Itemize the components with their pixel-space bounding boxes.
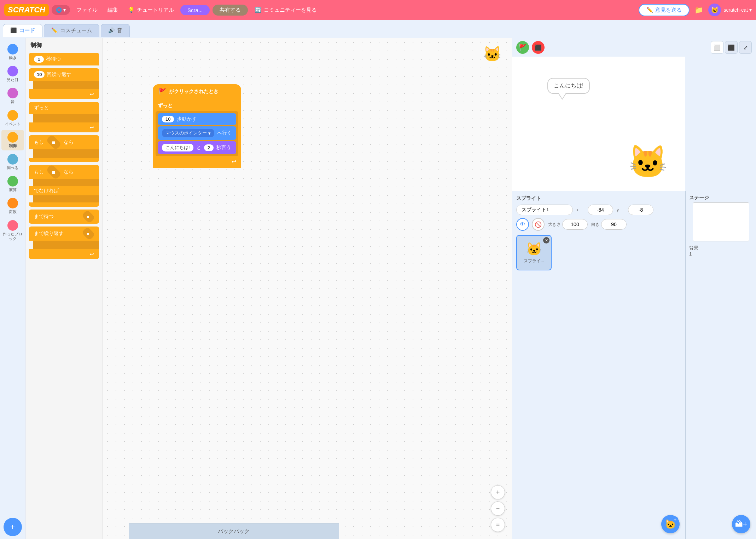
sprite-name-input[interactable] — [516, 205, 573, 215]
file-menu[interactable]: ファイル — [73, 5, 101, 16]
forever-block-group[interactable]: ずっと ↩ — [29, 102, 99, 132]
tutorial-icon: 💡 — [128, 7, 135, 13]
category-sidebar: 動き 見た目 音 イベント 制御 調べる 演算 変数 — [0, 38, 25, 539]
sound-circle — [7, 88, 18, 98]
sidebar-item-motion[interactable]: 動き — [1, 42, 24, 62]
wait-label: 秒待つ — [46, 56, 61, 62]
bottom-section: スプライト x y 👁 — [512, 191, 756, 539]
ifelse-block-group[interactable]: もし ◆ なら でなければ — [29, 165, 99, 207]
small-stage-button[interactable]: ⬛ — [725, 41, 738, 54]
edit-menu[interactable]: 編集 — [104, 5, 122, 16]
sidebar-item-sound[interactable]: 音 — [1, 86, 24, 106]
control-label: 制御 — [9, 144, 17, 148]
sidebar-item-sensing[interactable]: 調べる — [1, 152, 24, 172]
forever-wrapper[interactable]: ずっと 10 歩動かす マウスのポインター ▾ — [153, 99, 241, 168]
goto-dropdown[interactable]: マウスのポインター ▾ — [162, 129, 214, 137]
events-label: イベント — [5, 122, 21, 126]
say-suffix: 秒言う — [216, 144, 231, 151]
sprite-item-1[interactable]: ✕ 🐱 スプライ... — [516, 235, 552, 270]
hat-block[interactable]: 🚩 がクリックされたとき ずっと 10 歩動かす — [153, 84, 241, 168]
green-flag-button[interactable]: 🚩 — [516, 41, 529, 54]
wait-until-label: まで待つ — [34, 213, 54, 220]
sensing-label: 調べる — [7, 166, 18, 170]
normal-view-button[interactable]: ⬜ — [711, 41, 723, 54]
x-label: x — [576, 207, 586, 212]
sprite-list: ✕ 🐱 スプライ... — [516, 234, 681, 270]
right-panel: 🚩 ⬛ ⬜ ⬛ ⤢ こんにちは! 🐱 — [512, 38, 756, 539]
sprite-panel-title: スプライト — [516, 195, 681, 202]
speech-text: こんにちは! — [554, 82, 583, 88]
say-block[interactable]: こんにちは! と 2 秒言う — [158, 141, 236, 154]
sprite-remove-button[interactable]: ✕ — [543, 237, 549, 243]
x-input[interactable] — [588, 205, 613, 215]
sidebar-item-events[interactable]: イベント — [1, 108, 24, 128]
move-num: 10 — [162, 116, 174, 122]
repeat-arrow: ↩ — [90, 91, 94, 97]
repeat-until-block-group[interactable]: まで繰り返す ◆ ↩ — [29, 227, 99, 259]
tab-sound[interactable]: 🔊 音 — [101, 24, 130, 37]
flag-icon: 🚩 — [158, 88, 166, 96]
myblocks-circle — [7, 220, 18, 231]
username-display[interactable]: scratch-cat ▾ — [724, 7, 752, 13]
wait-block[interactable]: 1 秒待つ — [29, 53, 99, 65]
goto-block[interactable]: マウスのポインター ▾ へ行く — [158, 126, 236, 140]
sprite-props-row2: 👁 🚫 大きさ 向き — [516, 218, 681, 231]
sidebar-item-looks[interactable]: 見た目 — [1, 64, 24, 84]
move-block[interactable]: 10 歩動かす — [158, 113, 236, 125]
if-block-group[interactable]: もし ◆ なら — [29, 135, 99, 162]
script-block-main[interactable]: 🚩 がクリックされたとき ずっと 10 歩動かす — [153, 84, 241, 168]
share-button[interactable]: 共有する — [213, 5, 248, 16]
zoom-out-button[interactable]: − — [491, 501, 505, 516]
tab-code[interactable]: ⬛ コード — [3, 24, 42, 37]
zoom-reset-button[interactable]: = — [491, 518, 505, 532]
show-sprite-button[interactable]: 👁 — [516, 218, 529, 231]
y-input[interactable] — [628, 205, 653, 215]
folder-button[interactable]: 📁 — [692, 4, 705, 16]
zoom-in-button[interactable]: + — [491, 485, 505, 499]
size-input[interactable] — [562, 219, 588, 230]
add-backdrop-button[interactable]: 🏔+ — [732, 515, 750, 533]
size-group: 大きさ — [548, 219, 588, 230]
sidebar-item-variables[interactable]: 変数 — [1, 196, 24, 216]
costume-tab-icon: ✏️ — [51, 27, 58, 34]
add-sprite-button[interactable]: 🐱 + — [661, 515, 680, 533]
y-label: y — [617, 207, 627, 212]
globe-button[interactable]: 🌐 ▾ — [52, 5, 70, 15]
feedback-button[interactable]: ✏️ 意見を送る — [639, 4, 690, 16]
forever-block-label: ずっと — [153, 101, 241, 110]
stop-button[interactable]: ⬛ — [532, 41, 545, 54]
repeat-block-group[interactable]: 10 回繰り返す ↩ — [29, 68, 99, 99]
goto-suffix: へ行く — [217, 130, 232, 136]
stage-sprite-cat: 🐱 — [628, 143, 668, 180]
project-name-button[interactable]: Scra... — [180, 5, 210, 15]
wait-until-block[interactable]: まで待つ ◆ — [29, 210, 99, 224]
events-circle — [7, 110, 18, 121]
looks-circle — [7, 66, 18, 76]
stage-tab-panel: ステージ 背景 1 🏔+ — [685, 191, 756, 539]
backpack-bar[interactable]: バックパック — [129, 523, 339, 539]
stage-tab-title: ステージ — [689, 195, 752, 201]
script-area[interactable]: 🐱 🚩 がクリックされたとき ずっと 10 歩動かす — [103, 38, 512, 539]
sprite-props-row1: x y — [516, 205, 681, 215]
say-text: こんにちは! — [162, 144, 193, 151]
sidebar-item-control[interactable]: 制御 — [1, 130, 24, 150]
sidebar-item-myblocks[interactable]: 作ったブロック — [1, 218, 24, 243]
add-extension-button[interactable]: + — [4, 518, 22, 536]
fullscreen-button[interactable]: ⤢ — [739, 41, 752, 54]
variables-circle — [7, 198, 18, 208]
move-label: 歩動かす — [177, 116, 197, 122]
community-button[interactable]: 🔄 コミュニティーを見る — [251, 5, 321, 16]
hide-sprite-button[interactable]: 🚫 — [532, 218, 545, 231]
motion-circle — [7, 44, 18, 55]
username-chevron: ▾ — [749, 7, 752, 13]
direction-group: 向き — [591, 219, 627, 230]
direction-input[interactable] — [601, 219, 627, 230]
globe-chevron: ▾ — [63, 7, 66, 13]
sidebar-item-operators[interactable]: 演算 — [1, 174, 24, 194]
size-label: 大きさ — [548, 222, 561, 228]
tutorial-button[interactable]: 💡 チュートリアル — [124, 5, 178, 16]
tab-costume[interactable]: ✏️ コスチューム — [44, 24, 99, 37]
avatar[interactable]: 🐱 — [708, 4, 721, 16]
stage-thumbnail[interactable] — [693, 202, 749, 241]
ifelse-suffix: なら — [64, 169, 74, 175]
